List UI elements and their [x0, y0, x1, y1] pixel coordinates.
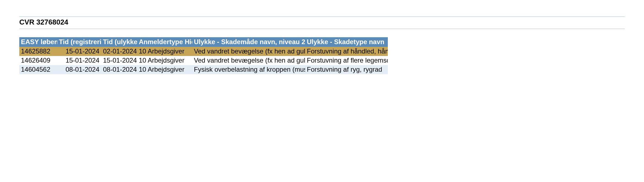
table-row: 14626409 15-01-2024 15-01-2024 10 Arbejd…: [19, 56, 388, 65]
table-header-row: EASY løbenummer Tid (registreringsdato) …: [19, 37, 388, 47]
cell-injurymode: Ved vandret bevægelse (fx hen ad gulv): [192, 47, 305, 56]
cell-injurytype: Forstuvning af flere legemsdele: [305, 56, 388, 65]
col-header-accdate: Tid (ulykkesdato): [101, 37, 137, 47]
cell-injurytype: Forstuvning af ryg, rygrad: [305, 65, 388, 74]
cell-reporter: 10 Arbejdsgiver: [137, 47, 192, 56]
cell-accdate: 15-01-2024: [101, 56, 137, 65]
cell-reporter: 10 Arbejdsgiver: [137, 65, 192, 74]
col-header-reporter: Anmeldertype Hierarki: [137, 37, 192, 47]
data-table: EASY løbenummer Tid (registreringsdato) …: [19, 37, 388, 74]
cell-regdate: 15-01-2024: [57, 56, 101, 65]
page-title: CVR 32768024: [19, 18, 68, 26]
cell-injurymode: Ved vandret bevægelse (fx hen ad gulv): [192, 56, 305, 65]
cell-id: 14604562: [19, 65, 57, 74]
cell-id: 14625882: [19, 47, 57, 56]
title-block: CVR 32768024: [19, 17, 625, 29]
table-row: 14625882 15-01-2024 02-01-2024 10 Arbejd…: [19, 47, 388, 56]
cell-id: 14626409: [19, 56, 57, 65]
col-header-injurytype: Ulykke - Skadetype navn: [305, 37, 388, 47]
cell-accdate: 02-01-2024: [101, 47, 137, 56]
table-row: 14604562 08-01-2024 08-01-2024 10 Arbejd…: [19, 65, 388, 74]
col-header-injurymode: Ulykke - Skademåde navn, niveau 2: [192, 37, 305, 47]
cell-injurymode: Fysisk overbelastning af kroppen (muskle…: [192, 65, 305, 74]
cell-regdate: 08-01-2024: [57, 65, 101, 74]
cell-reporter: 10 Arbejdsgiver: [137, 56, 192, 65]
col-header-id: EASY løbenummer: [19, 37, 57, 47]
col-header-regdate: Tid (registreringsdato): [57, 37, 101, 47]
cell-accdate: 08-01-2024: [101, 65, 137, 74]
cell-injurytype: Forstuvning af håndled, hånd: [305, 47, 388, 56]
table-body: 14625882 15-01-2024 02-01-2024 10 Arbejd…: [19, 47, 388, 74]
cell-regdate: 15-01-2024: [57, 47, 101, 56]
